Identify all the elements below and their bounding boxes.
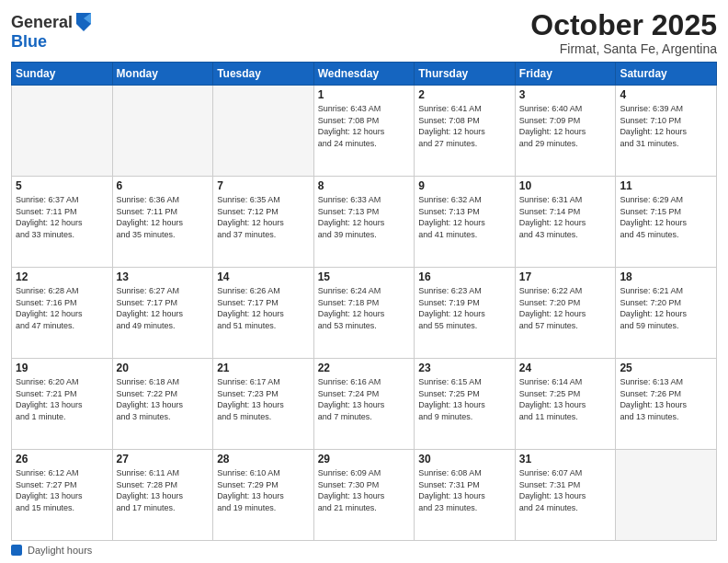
header-saturday: Saturday xyxy=(616,63,717,86)
table-row: 17Sunrise: 6:22 AM Sunset: 7:20 PM Dayli… xyxy=(515,268,616,359)
day-info: Sunrise: 6:09 AM Sunset: 7:30 PM Dayligh… xyxy=(318,467,411,513)
month-title: October 2025 xyxy=(530,9,717,41)
day-number: 17 xyxy=(519,270,612,283)
table-row: 31Sunrise: 6:07 AM Sunset: 7:31 PM Dayli… xyxy=(515,450,616,541)
header-sunday: Sunday xyxy=(12,63,113,86)
day-info: Sunrise: 6:13 AM Sunset: 7:26 PM Dayligh… xyxy=(620,376,712,422)
day-number: 1 xyxy=(318,88,411,101)
day-number: 10 xyxy=(519,179,612,192)
day-number: 16 xyxy=(418,270,511,283)
day-number: 18 xyxy=(620,270,712,283)
day-number: 23 xyxy=(418,362,511,374)
table-row: 25Sunrise: 6:13 AM Sunset: 7:26 PM Dayli… xyxy=(616,359,717,450)
day-info: Sunrise: 6:43 AM Sunset: 7:08 PM Dayligh… xyxy=(318,103,411,149)
day-number: 31 xyxy=(519,453,612,465)
title-block: October 2025 Firmat, Santa Fe, Argentina xyxy=(530,9,717,56)
table-row: 12Sunrise: 6:28 AM Sunset: 7:16 PM Dayli… xyxy=(12,268,113,359)
day-number: 13 xyxy=(117,270,210,283)
day-info: Sunrise: 6:20 AM Sunset: 7:21 PM Dayligh… xyxy=(16,376,108,422)
header-monday: Monday xyxy=(112,63,213,86)
calendar-row: 12Sunrise: 6:28 AM Sunset: 7:16 PM Dayli… xyxy=(12,268,717,359)
day-number: 12 xyxy=(16,270,108,283)
table-row: 15Sunrise: 6:24 AM Sunset: 7:18 PM Dayli… xyxy=(313,268,415,359)
daylight-legend-label: Daylight hours xyxy=(28,545,92,556)
day-info: Sunrise: 6:31 AM Sunset: 7:14 PM Dayligh… xyxy=(519,194,612,240)
day-number: 11 xyxy=(620,179,712,192)
day-number: 24 xyxy=(519,362,612,374)
day-info: Sunrise: 6:29 AM Sunset: 7:15 PM Dayligh… xyxy=(620,194,712,240)
day-number: 8 xyxy=(318,179,411,192)
day-number: 5 xyxy=(16,179,108,192)
day-number: 7 xyxy=(217,179,310,192)
header-friday: Friday xyxy=(515,63,616,86)
day-number: 20 xyxy=(117,362,210,374)
day-number: 6 xyxy=(117,179,210,192)
table-row: 4Sunrise: 6:39 AM Sunset: 7:10 PM Daylig… xyxy=(616,86,717,177)
table-row: 6Sunrise: 6:36 AM Sunset: 7:11 PM Daylig… xyxy=(112,177,213,268)
day-info: Sunrise: 6:10 AM Sunset: 7:29 PM Dayligh… xyxy=(217,467,310,513)
day-info: Sunrise: 6:18 AM Sunset: 7:22 PM Dayligh… xyxy=(117,376,210,422)
day-number: 4 xyxy=(620,88,712,101)
logo-icon xyxy=(74,11,93,33)
table-row: 28Sunrise: 6:10 AM Sunset: 7:29 PM Dayli… xyxy=(213,450,314,541)
location-subtitle: Firmat, Santa Fe, Argentina xyxy=(530,41,717,56)
day-info: Sunrise: 6:23 AM Sunset: 7:19 PM Dayligh… xyxy=(418,285,511,331)
table-row xyxy=(112,86,213,177)
day-number: 30 xyxy=(418,453,511,465)
day-info: Sunrise: 6:35 AM Sunset: 7:12 PM Dayligh… xyxy=(217,194,310,240)
table-row xyxy=(616,450,717,541)
table-row: 22Sunrise: 6:16 AM Sunset: 7:24 PM Dayli… xyxy=(313,359,415,450)
day-info: Sunrise: 6:11 AM Sunset: 7:28 PM Dayligh… xyxy=(117,467,210,513)
day-info: Sunrise: 6:37 AM Sunset: 7:11 PM Dayligh… xyxy=(16,194,108,240)
day-info: Sunrise: 6:14 AM Sunset: 7:25 PM Dayligh… xyxy=(519,376,612,422)
day-number: 15 xyxy=(318,270,411,283)
day-number: 27 xyxy=(117,453,210,465)
day-number: 19 xyxy=(16,362,108,374)
day-number: 3 xyxy=(519,88,612,101)
day-number: 14 xyxy=(217,270,310,283)
table-row: 5Sunrise: 6:37 AM Sunset: 7:11 PM Daylig… xyxy=(12,177,113,268)
table-row: 18Sunrise: 6:21 AM Sunset: 7:20 PM Dayli… xyxy=(616,268,717,359)
footer: Daylight hours xyxy=(11,545,717,556)
table-row: 11Sunrise: 6:29 AM Sunset: 7:15 PM Dayli… xyxy=(616,177,717,268)
page: General Blue October 2025 Firmat, Santa … xyxy=(0,0,728,563)
day-number: 2 xyxy=(418,88,511,101)
day-number: 25 xyxy=(620,362,712,374)
table-row: 10Sunrise: 6:31 AM Sunset: 7:14 PM Dayli… xyxy=(515,177,616,268)
calendar-row: 26Sunrise: 6:12 AM Sunset: 7:27 PM Dayli… xyxy=(12,450,717,541)
table-row: 13Sunrise: 6:27 AM Sunset: 7:17 PM Dayli… xyxy=(112,268,213,359)
day-info: Sunrise: 6:24 AM Sunset: 7:18 PM Dayligh… xyxy=(318,285,411,331)
table-row: 20Sunrise: 6:18 AM Sunset: 7:22 PM Dayli… xyxy=(112,359,213,450)
day-number: 9 xyxy=(418,179,511,192)
table-row: 29Sunrise: 6:09 AM Sunset: 7:30 PM Dayli… xyxy=(313,450,415,541)
logo: General Blue xyxy=(11,13,93,52)
table-row: 27Sunrise: 6:11 AM Sunset: 7:28 PM Dayli… xyxy=(112,450,213,541)
table-row: 30Sunrise: 6:08 AM Sunset: 7:31 PM Dayli… xyxy=(415,450,516,541)
table-row: 14Sunrise: 6:26 AM Sunset: 7:17 PM Dayli… xyxy=(213,268,314,359)
header-thursday: Thursday xyxy=(415,63,516,86)
day-info: Sunrise: 6:27 AM Sunset: 7:17 PM Dayligh… xyxy=(117,285,210,331)
header-wednesday: Wednesday xyxy=(313,63,415,86)
day-info: Sunrise: 6:22 AM Sunset: 7:20 PM Dayligh… xyxy=(519,285,612,331)
table-row xyxy=(12,86,113,177)
logo-blue-text: Blue xyxy=(11,32,47,51)
day-info: Sunrise: 6:26 AM Sunset: 7:17 PM Dayligh… xyxy=(217,285,310,331)
table-row: 21Sunrise: 6:17 AM Sunset: 7:23 PM Dayli… xyxy=(213,359,314,450)
day-info: Sunrise: 6:41 AM Sunset: 7:08 PM Dayligh… xyxy=(418,103,511,149)
day-info: Sunrise: 6:12 AM Sunset: 7:27 PM Dayligh… xyxy=(16,467,108,513)
day-info: Sunrise: 6:39 AM Sunset: 7:10 PM Dayligh… xyxy=(620,103,712,149)
table-row: 3Sunrise: 6:40 AM Sunset: 7:09 PM Daylig… xyxy=(515,86,616,177)
logo-general-text: General xyxy=(11,14,73,32)
table-row: 2Sunrise: 6:41 AM Sunset: 7:08 PM Daylig… xyxy=(415,86,516,177)
table-row: 7Sunrise: 6:35 AM Sunset: 7:12 PM Daylig… xyxy=(213,177,314,268)
table-row: 9Sunrise: 6:32 AM Sunset: 7:13 PM Daylig… xyxy=(415,177,516,268)
day-info: Sunrise: 6:07 AM Sunset: 7:31 PM Dayligh… xyxy=(519,467,612,513)
table-row: 19Sunrise: 6:20 AM Sunset: 7:21 PM Dayli… xyxy=(12,359,113,450)
day-number: 29 xyxy=(318,453,411,465)
day-info: Sunrise: 6:21 AM Sunset: 7:20 PM Dayligh… xyxy=(620,285,712,331)
day-number: 26 xyxy=(16,453,108,465)
day-info: Sunrise: 6:16 AM Sunset: 7:24 PM Dayligh… xyxy=(318,376,411,422)
table-row: 23Sunrise: 6:15 AM Sunset: 7:25 PM Dayli… xyxy=(415,359,516,450)
table-row: 8Sunrise: 6:33 AM Sunset: 7:13 PM Daylig… xyxy=(313,177,415,268)
calendar-row: 1Sunrise: 6:43 AM Sunset: 7:08 PM Daylig… xyxy=(12,86,717,177)
